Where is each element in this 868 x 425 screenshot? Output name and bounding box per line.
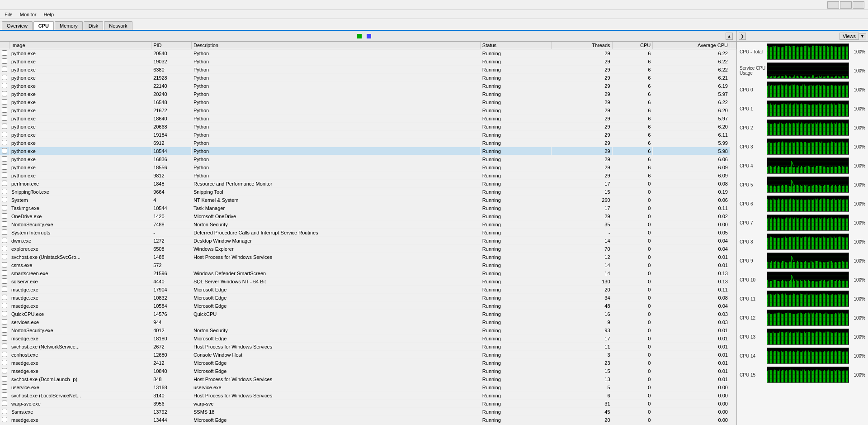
row-checkbox[interactable] <box>2 107 7 113</box>
tab-memory[interactable]: Memory <box>55 21 83 30</box>
expand-button[interactable]: ❯ <box>739 33 746 40</box>
col-header-status[interactable]: Status <box>480 42 551 49</box>
col-header-description[interactable]: Description <box>191 42 480 49</box>
table-row[interactable]: python.exe 22140 Python Running 29 6 6.1… <box>0 82 736 90</box>
row-checkbox[interactable] <box>2 270 7 276</box>
table-row[interactable]: System 4 NT Kernel & System Running 260 … <box>0 196 736 204</box>
table-row[interactable]: sqlservr.exe 4440 SQL Server Windows NT … <box>0 277 736 286</box>
row-checkbox[interactable] <box>2 368 7 373</box>
tab-cpu[interactable]: CPU <box>33 21 54 30</box>
table-row[interactable]: python.exe 16836 Python Running 29 6 6.0… <box>0 155 736 163</box>
row-checkbox[interactable] <box>2 409 7 414</box>
row-checkbox[interactable] <box>2 295 7 300</box>
row-checkbox[interactable] <box>2 140 7 145</box>
row-checkbox[interactable] <box>2 115 7 121</box>
row-checkbox[interactable] <box>2 91 7 96</box>
table-row[interactable]: svchost.exe (LocalServiceNet... 3140 Hos… <box>0 392 736 400</box>
table-row[interactable]: python.exe 21928 Python Running 29 6 6.2… <box>0 74 736 82</box>
row-checkbox[interactable] <box>2 254 7 259</box>
minimize-button[interactable] <box>827 1 839 9</box>
table-row[interactable]: Taskmgr.exe 10544 Task Manager Running 1… <box>0 204 736 212</box>
table-row[interactable]: SnippingTool.exe 9664 Snipping Tool Runn… <box>0 188 736 196</box>
row-checkbox[interactable] <box>2 319 7 325</box>
row-checkbox[interactable] <box>2 417 7 422</box>
menu-help[interactable]: Help <box>41 11 57 18</box>
row-checkbox[interactable] <box>2 221 7 227</box>
row-checkbox[interactable] <box>2 67 7 72</box>
table-row[interactable]: NortonSecurity.exe 4012 Norton Security … <box>0 326 736 334</box>
row-checkbox[interactable] <box>2 401 7 406</box>
table-row[interactable]: python.exe 9812 Python Running 29 6 6.09 <box>0 172 736 180</box>
row-checkbox[interactable] <box>2 335 7 341</box>
row-checkbox[interactable] <box>2 352 7 357</box>
row-checkbox[interactable] <box>2 205 7 210</box>
row-checkbox[interactable] <box>2 132 7 137</box>
row-checkbox[interactable] <box>2 327 7 333</box>
tab-overview[interactable]: Overview <box>2 21 33 30</box>
table-row[interactable]: OneDrive.exe 1420 Microsoft OneDrive Run… <box>0 212 736 220</box>
table-row[interactable]: warp-svc.exe 3956 warp-svc Running 31 0 … <box>0 400 736 408</box>
row-checkbox[interactable] <box>2 262 7 267</box>
table-row[interactable]: python.exe 6380 Python Running 29 6 6.22 <box>0 66 736 74</box>
row-checkbox[interactable] <box>2 189 7 194</box>
row-checkbox[interactable] <box>2 148 7 153</box>
table-row[interactable]: NortonSecurity.exe 7488 Norton Security … <box>0 220 736 229</box>
table-row[interactable]: QuickCPU.exe 14576 QuickCPU Running 16 0… <box>0 310 736 318</box>
table-row[interactable]: svchost.exe (DcomLaunch -p) 848 Host Pro… <box>0 375 736 383</box>
table-row[interactable]: python.exe 20240 Python Running 29 6 5.9… <box>0 90 736 98</box>
row-checkbox[interactable] <box>2 164 7 170</box>
table-row[interactable]: python.exe 18544 Python Running 29 6 5.9… <box>0 147 736 155</box>
table-row[interactable]: Ssms.exe 13792 SSMS 18 Running 45 0 0.00 <box>0 408 736 416</box>
row-checkbox[interactable] <box>2 172 7 178</box>
table-row[interactable]: perfmon.exe 1848 Resource and Performanc… <box>0 180 736 188</box>
table-row[interactable]: python.exe 20668 Python Running 29 6 6.2… <box>0 123 736 131</box>
table-row[interactable]: msedge.exe 13444 Microsoft Edge Running … <box>0 416 736 424</box>
row-checkbox[interactable] <box>2 344 7 349</box>
table-row[interactable]: svchost.exe (UnistackSvcGro... 1488 Host… <box>0 253 736 261</box>
row-checkbox[interactable] <box>2 360 7 365</box>
table-row[interactable]: python.exe 19032 Python Running 29 6 6.2… <box>0 57 736 66</box>
row-checkbox[interactable] <box>2 278 7 284</box>
row-checkbox[interactable] <box>2 384 7 390</box>
col-header-checkbox[interactable] <box>0 42 9 49</box>
table-row[interactable]: explorer.exe 6508 Windows Explorer Runni… <box>0 245 736 253</box>
row-checkbox[interactable] <box>2 311 7 316</box>
row-checkbox[interactable] <box>2 50 7 56</box>
row-checkbox[interactable] <box>2 303 7 308</box>
table-row[interactable]: python.exe 18556 Python Running 29 6 6.0… <box>0 163 736 172</box>
table-row[interactable]: smartscreen.exe 21596 Windows Defender S… <box>0 269 736 277</box>
menu-monitor[interactable]: Monitor <box>17 11 39 18</box>
menu-file[interactable]: File <box>2 11 15 18</box>
table-row[interactable]: msedge.exe 17904 Microsoft Edge Running … <box>0 286 736 294</box>
maximize-button[interactable] <box>840 1 852 9</box>
table-row[interactable]: python.exe 6912 Python Running 29 6 5.99 <box>0 139 736 147</box>
row-checkbox[interactable] <box>2 83 7 88</box>
table-row[interactable]: svchost.exe (NetworkService... 2672 Host… <box>0 343 736 351</box>
table-row[interactable]: csrss.exe 572 Running 14 0 0.01 <box>0 261 736 269</box>
row-checkbox[interactable] <box>2 197 7 202</box>
table-row[interactable]: conhost.exe 12680 Console Window Host Ru… <box>0 351 736 359</box>
table-row[interactable]: msedge.exe 10840 Microsoft Edge Running … <box>0 367 736 375</box>
table-row[interactable]: dwm.exe 1272 Desktop Window Manager Runn… <box>0 237 736 245</box>
row-checkbox[interactable] <box>2 376 7 382</box>
row-checkbox[interactable] <box>2 229 7 235</box>
col-header-threads[interactable]: Threads <box>551 42 612 49</box>
row-checkbox[interactable] <box>2 181 7 186</box>
table-row[interactable]: python.exe 16548 Python Running 29 6 6.2… <box>0 98 736 106</box>
col-header-pid[interactable]: PID <box>151 42 192 49</box>
table-row[interactable]: python.exe 19184 Python Running 29 6 6.1… <box>0 131 736 139</box>
tab-network[interactable]: Network <box>104 21 132 30</box>
collapse-button[interactable]: ▲ <box>726 33 733 40</box>
row-checkbox[interactable] <box>2 156 7 162</box>
row-checkbox[interactable] <box>2 238 7 243</box>
table-row[interactable]: msedge.exe 10832 Microsoft Edge Running … <box>0 294 736 302</box>
table-row[interactable]: System Interrupts - Deferred Procedure C… <box>0 229 736 237</box>
table-row[interactable]: services.exe 944 Running 9 0 0.03 <box>0 318 736 326</box>
table-row[interactable]: msedge.exe 2412 Microsoft Edge Running 2… <box>0 359 736 367</box>
col-header-cpu[interactable]: CPU <box>612 42 653 49</box>
col-header-avgcpu[interactable]: Average CPU <box>653 42 730 49</box>
views-label[interactable]: Views <box>840 33 859 40</box>
row-checkbox[interactable] <box>2 58 7 64</box>
row-checkbox[interactable] <box>2 75 7 80</box>
close-button[interactable] <box>853 1 864 9</box>
